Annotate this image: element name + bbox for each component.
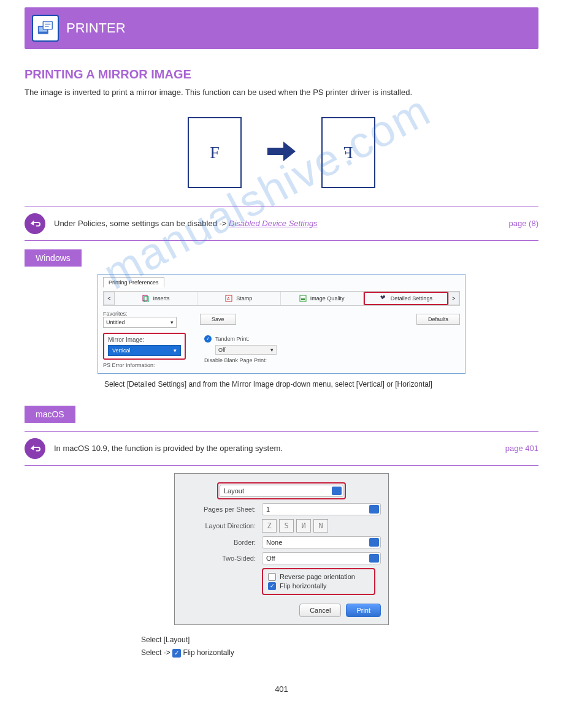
stamp-icon: A — [225, 295, 232, 302]
win-defaults-button[interactable]: Defaults — [416, 314, 460, 325]
callout-policies-text: Under Policies, some settings can be dis… — [54, 219, 318, 228]
win-tandem-label: Tandem Print: — [215, 336, 250, 342]
win-tab-detailed-settings[interactable]: Detailed Settings — [364, 292, 448, 305]
mac-reverse-checkbox[interactable]: Reverse page orientation — [268, 573, 369, 581]
mac-section-select[interactable]: Layout — [220, 485, 343, 497]
win-toolbar: < Inserts AStamp Image Quality Detailed … — [103, 291, 460, 306]
chevron-down-icon: ▾ — [170, 319, 174, 325]
win-favorites-label: Favorites: — [103, 311, 177, 317]
mac-border-select[interactable]: None — [262, 536, 381, 548]
inserts-icon — [142, 295, 150, 302]
svg-rect-11 — [301, 298, 305, 300]
mirror-diagram: F F — [25, 117, 538, 188]
callout-mac-page: page 401 — [505, 444, 538, 453]
mac-pps-label: Pages per Sheet: — [182, 506, 256, 513]
mac-flip-checkbox[interactable]: ✓Flip horizontally — [268, 582, 369, 590]
section-title: PRINTING A MIRROR IMAGE — [25, 67, 538, 82]
return-icon[interactable] — [25, 213, 45, 234]
svg-rect-2 — [43, 21, 52, 29]
mac-border-label: Border: — [182, 539, 256, 546]
mac-print-dialog: Layout Pages per Sheet: 1 Layout Directi… — [174, 473, 389, 625]
return-icon[interactable] — [25, 438, 45, 459]
mac-instruction-line2: Select -> ✓ Flip horizontally — [141, 646, 538, 660]
callout-policies-prefix: Under Policies, some settings can be dis… — [54, 219, 226, 228]
svg-rect-6 — [143, 295, 147, 301]
image-quality-icon — [299, 295, 307, 302]
mac-instruction: Select [Layout] Select -> ✓ Flip horizon… — [25, 634, 538, 660]
arrow-right-icon — [266, 139, 297, 165]
mac-pps-select[interactable]: 1 — [262, 503, 381, 515]
win-mirror-label: Mirror Image: — [108, 336, 181, 343]
divider — [25, 240, 538, 241]
win-favorites-select[interactable]: Untitled▾ — [103, 317, 177, 328]
info-icon: i — [204, 335, 212, 343]
callout-policies: Under Policies, some settings can be dis… — [25, 207, 538, 240]
page-number: 401 — [25, 684, 538, 694]
disabled-settings-link[interactable]: Disabled Device Settings — [229, 219, 318, 228]
win-mirror-select[interactable]: Vertical▾ — [108, 345, 181, 356]
os-windows-badge: Windows — [25, 249, 82, 267]
mac-twosided-select[interactable]: Off — [262, 552, 381, 564]
svg-rect-7 — [144, 297, 148, 302]
win-tab-inserts[interactable]: Inserts — [115, 292, 197, 305]
chevron-down-icon: ▾ — [270, 347, 274, 353]
windows-preferences-dialog: Printing Preferences < Inserts AStamp Im… — [98, 274, 465, 374]
callout-policies-page: page (8) — [509, 219, 538, 228]
win-save-button[interactable]: Save — [200, 314, 236, 325]
checkbox-unchecked-icon — [268, 573, 276, 581]
page-original-char: F — [210, 143, 220, 162]
win-pserror-label: PS Error Information: — [103, 362, 186, 368]
chevron-down-icon: ▾ — [174, 347, 177, 354]
win-tandem-select[interactable]: Off▾ — [215, 345, 277, 355]
mac-ldir-label: Layout Direction: — [182, 522, 256, 529]
win-tab-printingprefs[interactable]: Printing Preferences — [103, 277, 164, 287]
page-mirrored-char: F — [343, 143, 353, 162]
svg-text:A: A — [227, 297, 230, 301]
mac-ldir-opt-1[interactable]: S — [279, 519, 294, 533]
win-tab-stamp[interactable]: AStamp — [197, 292, 280, 305]
mac-instruction-line1: Select [Layout] — [141, 634, 538, 647]
windows-instruction: Select [Detailed Settings] and from the … — [25, 380, 538, 389]
printer-driver-icon — [32, 15, 59, 42]
header-bar: PRINTER — [25, 7, 538, 49]
win-nav-prev[interactable]: < — [104, 292, 115, 305]
callout-mac: In macOS 10.9, the function is provided … — [25, 432, 538, 465]
divider — [25, 465, 538, 466]
checkbox-checked-icon: ✓ — [172, 649, 181, 658]
page-original: F — [188, 117, 242, 188]
section-body: The image is inverted to print a mirror … — [25, 86, 538, 99]
mac-print-button[interactable]: Print — [346, 604, 381, 617]
wrench-icon — [380, 295, 387, 302]
checkbox-checked-icon: ✓ — [268, 582, 276, 590]
mac-ldir-opt-2[interactable]: И — [296, 519, 311, 533]
mac-flip-group: Reverse page orientation ✓Flip horizonta… — [262, 568, 375, 595]
header-label: PRINTER — [66, 20, 126, 36]
win-disable-blank-label: Disable Blank Page Print: — [204, 357, 460, 363]
page-mirrored: F — [321, 117, 375, 188]
win-mirror-group: Mirror Image: Vertical▾ — [103, 333, 186, 360]
mac-ldir-opt-0[interactable]: Z — [262, 519, 277, 533]
mac-twosided-label: Two-Sided: — [182, 555, 256, 562]
callout-mac-text: In macOS 10.9, the function is provided … — [54, 444, 283, 453]
os-mac-badge: macOS — [25, 406, 75, 423]
win-tab-imagequality[interactable]: Image Quality — [281, 292, 364, 305]
mac-ldir-opt-3[interactable]: N — [313, 519, 328, 533]
win-nav-next[interactable]: > — [448, 292, 459, 305]
mac-cancel-button[interactable]: Cancel — [299, 604, 341, 617]
